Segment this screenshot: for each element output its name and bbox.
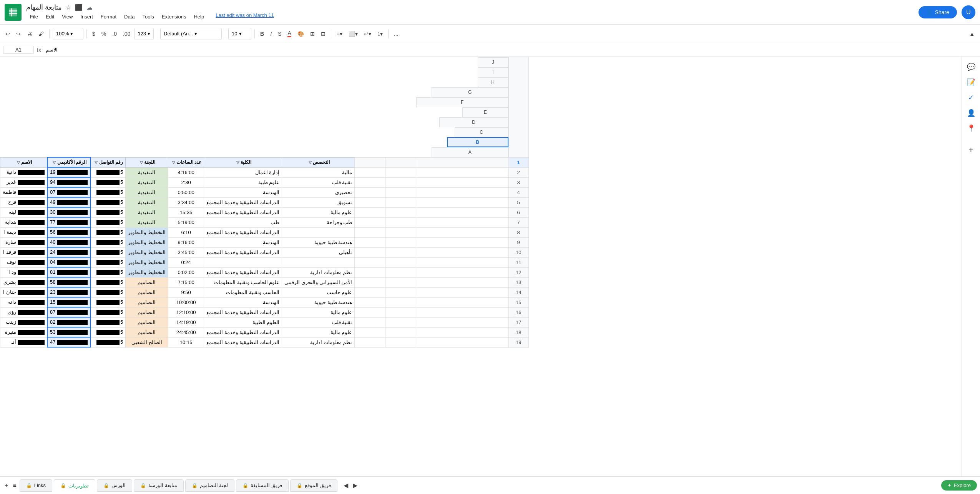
cell-d19[interactable]: الصالح الشعبي: [126, 337, 168, 347]
cell-j9[interactable]: [416, 237, 509, 247]
cell-e12[interactable]: 0:02:00: [168, 267, 204, 277]
cell-h18[interactable]: [355, 327, 385, 337]
cell-e7[interactable]: 5:19:00: [168, 217, 204, 227]
cell-f3[interactable]: علوم طبية: [204, 177, 282, 187]
cell-h8[interactable]: [355, 227, 385, 237]
filter-d-icon[interactable]: ▽: [140, 160, 143, 165]
cell-g3[interactable]: تقنية قلب: [282, 177, 355, 187]
cell-g17[interactable]: تقنية قلب: [282, 317, 355, 327]
fill-color-button[interactable]: 🎨: [295, 28, 306, 40]
cell-i18[interactable]: [385, 327, 416, 337]
cell-j10[interactable]: [416, 247, 509, 257]
cell-i1[interactable]: [385, 157, 416, 167]
col-g-header[interactable]: G: [432, 87, 508, 97]
cell-h9[interactable]: [355, 237, 385, 247]
cell-g19[interactable]: نظم معلومات ادارية: [282, 337, 355, 347]
cell-reference[interactable]: [3, 46, 34, 54]
cell-h4[interactable]: [355, 187, 385, 197]
share-button[interactable]: 👤 Share: [919, 6, 957, 18]
cell-i16[interactable]: [385, 307, 416, 317]
cell-e10[interactable]: 3:45:00: [168, 247, 204, 257]
cell-e4[interactable]: 0:50:00: [168, 187, 204, 197]
cell-e19[interactable]: 10:15: [168, 337, 204, 347]
cell-g7[interactable]: طب وجراحة: [282, 217, 355, 227]
cell-a19[interactable]: أنـ: [0, 337, 48, 347]
cell-g5[interactable]: تسويق: [282, 197, 355, 207]
add-icon[interactable]: +: [964, 143, 978, 157]
redo-button[interactable]: ↪: [14, 28, 23, 40]
cell-f15[interactable]: الهندسة: [204, 297, 282, 307]
folder-icon[interactable]: ⬛: [75, 4, 83, 11]
paint-format-button[interactable]: 🖌: [36, 28, 46, 40]
cell-g6[interactable]: علوم مالية: [282, 207, 355, 217]
avatar[interactable]: U: [962, 5, 975, 19]
cell-f8[interactable]: الدراسات التطبيقية وخدمة المجتمع: [204, 227, 282, 237]
add-sheet-button[interactable]: +: [3, 481, 10, 491]
font-select[interactable]: Default (Ari... ▾: [160, 28, 222, 40]
task-icon[interactable]: ✓: [964, 91, 978, 105]
cell-c13[interactable]: 5: [90, 277, 125, 287]
cell-d3[interactable]: التنفيذية: [126, 177, 168, 187]
cell-b11[interactable]: 04: [47, 257, 90, 267]
formula-input[interactable]: [44, 46, 977, 53]
cell-c4[interactable]: 5: [90, 187, 125, 197]
cell-d17[interactable]: التصاميم: [126, 317, 168, 327]
valign-button[interactable]: ⬜▾: [346, 28, 360, 40]
cell-b1[interactable]: الرقم الأكاديمي ▽: [47, 157, 90, 167]
cell-a6[interactable]: لينه: [0, 207, 48, 217]
tab-alwarash[interactable]: 🔒 الورش: [97, 479, 132, 492]
cell-g15[interactable]: هندسة طبية حيوية: [282, 297, 355, 307]
cell-b15[interactable]: 15: [47, 297, 90, 307]
cell-j14[interactable]: [416, 287, 509, 297]
cell-h10[interactable]: [355, 247, 385, 257]
cell-a10[interactable]: فرقد ا: [0, 247, 48, 257]
cell-j5[interactable]: [416, 197, 509, 207]
cell-b18[interactable]: 53: [47, 327, 90, 337]
cell-b16[interactable]: 87: [47, 307, 90, 317]
cell-e6[interactable]: 15:35: [168, 207, 204, 217]
cell-a17[interactable]: زينب: [0, 317, 48, 327]
cell-d15[interactable]: التصاميم: [126, 297, 168, 307]
star-icon[interactable]: ☆: [66, 4, 71, 11]
cell-j15[interactable]: [416, 297, 509, 307]
menu-format[interactable]: Format: [97, 12, 120, 21]
maps-icon[interactable]: 📍: [964, 121, 978, 135]
cell-j19[interactable]: [416, 337, 509, 347]
cell-a8[interactable]: ديمة ا: [0, 227, 48, 237]
cell-d14[interactable]: التصاميم: [126, 287, 168, 297]
cell-c12[interactable]: 5: [90, 267, 125, 277]
cell-c1[interactable]: رقم التواصل ▽: [90, 157, 125, 167]
cell-d18[interactable]: التصاميم: [126, 327, 168, 337]
cell-c7[interactable]: 5: [90, 217, 125, 227]
cell-c2[interactable]: 5: [90, 167, 125, 177]
cell-j12[interactable]: [416, 267, 509, 277]
cell-j4[interactable]: [416, 187, 509, 197]
tab-tatwiriyat[interactable]: 🔒 تطويريات: [54, 479, 95, 492]
cell-b6[interactable]: 30: [47, 207, 90, 217]
cell-a3[interactable]: غدير: [0, 177, 48, 187]
col-f-header[interactable]: F: [416, 97, 508, 107]
cloud-icon[interactable]: ☁: [86, 4, 93, 11]
print-button[interactable]: 🖨: [25, 28, 35, 40]
cell-a18[interactable]: منيرة: [0, 327, 48, 337]
menu-edit[interactable]: Edit: [42, 12, 58, 21]
tab-mutabaa[interactable]: 🔒 متابعة الورشة: [134, 479, 184, 492]
cell-g13[interactable]: الأمن السيبراني والتحري الرقمي: [282, 277, 355, 287]
cell-h14[interactable]: [355, 287, 385, 297]
menu-view[interactable]: View: [58, 12, 76, 21]
sheet-menu-button[interactable]: ≡: [11, 481, 18, 491]
cell-d13[interactable]: التصاميم: [126, 277, 168, 287]
cell-g11[interactable]: [282, 257, 355, 267]
cell-f12[interactable]: الدراسات التطبيقية وخدمة المجتمع: [204, 267, 282, 277]
cell-b17[interactable]: 82: [47, 317, 90, 327]
cell-d16[interactable]: التصاميم: [126, 307, 168, 317]
cell-i11[interactable]: [385, 257, 416, 267]
cell-b10[interactable]: 24: [47, 247, 90, 257]
cell-a12[interactable]: ود ا: [0, 267, 48, 277]
col-j-header[interactable]: J: [478, 57, 508, 67]
cell-h11[interactable]: [355, 257, 385, 267]
cell-e9[interactable]: 9:16:00: [168, 237, 204, 247]
cell-i14[interactable]: [385, 287, 416, 297]
cell-j3[interactable]: [416, 177, 509, 187]
cell-d4[interactable]: التنفيذية: [126, 187, 168, 197]
